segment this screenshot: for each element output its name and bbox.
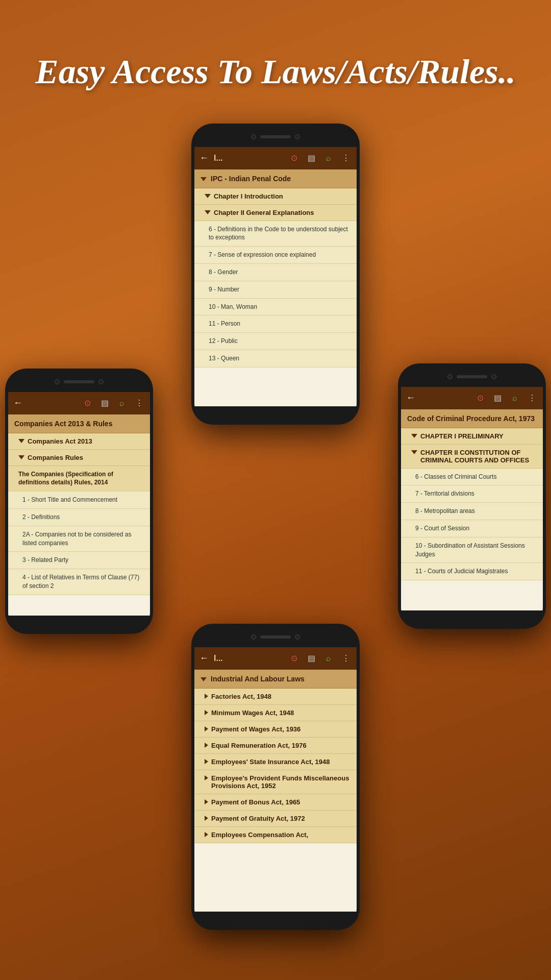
tri-r bbox=[205, 799, 208, 804]
toolbar-icons-center: ⊙ ▤ ⌕ ⋮ bbox=[288, 153, 352, 164]
list-item[interactable]: 6 - Classes of Criminal Courts bbox=[401, 469, 543, 486]
tri bbox=[201, 677, 207, 681]
list-item[interactable]: 8 - Gender bbox=[194, 264, 357, 281]
list-item[interactable]: 1 - Short Title and Commencement bbox=[8, 492, 150, 509]
list-item[interactable]: Payment of Gratuity Act, 1972 bbox=[194, 811, 357, 827]
doc-icon-bottom[interactable]: ▤ bbox=[306, 653, 317, 664]
list-item[interactable]: 10 - Subordination of Assistant Sessions… bbox=[401, 537, 543, 564]
header-text-center: IPC - Indian Penal Code bbox=[211, 175, 291, 183]
tri-r bbox=[205, 694, 208, 699]
alert-icon-left[interactable]: ⊙ bbox=[82, 398, 93, 409]
list-item[interactable]: Equal Remuneration Act, 1976 bbox=[194, 738, 357, 754]
list-item[interactable]: Employee's Provident Funds Miscellaneous… bbox=[194, 770, 357, 794]
phone-left-inner: ← ⊙ ▤ ⌕ ⋮ Companies Act 2013 & Rules bbox=[8, 372, 150, 631]
list-item[interactable]: Companies Act 2013 bbox=[8, 433, 150, 450]
list-item[interactable]: Companies Rules bbox=[8, 450, 150, 466]
list-item[interactable]: Employees Compensation Act, bbox=[194, 827, 357, 843]
doc-icon-right[interactable]: ▤ bbox=[492, 393, 503, 404]
alert-icon[interactable]: ⊙ bbox=[288, 153, 299, 164]
list-item[interactable]: 7 - Sense of expression once explained bbox=[194, 247, 357, 264]
search-icon-right[interactable]: ⌕ bbox=[509, 393, 520, 404]
more-icon-right[interactable]: ⋮ bbox=[527, 393, 538, 404]
list-item[interactable]: 3 - Related Party bbox=[8, 552, 150, 569]
search-icon-left[interactable]: ⌕ bbox=[116, 398, 128, 409]
phone-right-top-bar bbox=[401, 366, 543, 387]
list-item[interactable]: CHAPTER II CONSTITUTION OF CRIMINAL COUR… bbox=[401, 445, 543, 469]
camera-dot-b2 bbox=[295, 634, 300, 640]
phone-center-inner: ← I... ⊙ ▤ ⌕ ⋮ IPC - Indian Penal Code bbox=[194, 127, 357, 422]
hero-section: Easy Access To Laws/Acts/Rules.. bbox=[0, 0, 551, 124]
search-icon[interactable]: ⌕ bbox=[323, 153, 334, 164]
search-icon-bottom[interactable]: ⌕ bbox=[323, 653, 334, 664]
back-icon-right[interactable]: ← bbox=[406, 393, 415, 403]
list-header-right[interactable]: Code of Criminal Procedure Act, 1973 bbox=[401, 409, 543, 428]
list-item[interactable]: 10 - Man, Woman bbox=[194, 299, 357, 316]
tri-r bbox=[205, 832, 208, 837]
list-content-right: Code of Criminal Procedure Act, 1973 CHA… bbox=[401, 409, 543, 610]
tri-r bbox=[205, 726, 208, 731]
toolbar-icons-bottom: ⊙ ▤ ⌕ ⋮ bbox=[288, 653, 352, 664]
phone-center-top-bar bbox=[194, 127, 357, 147]
list-item[interactable]: 11 - Courts of Judicial Magistrates bbox=[401, 563, 543, 580]
camera-dot-r bbox=[447, 374, 453, 379]
tri-r bbox=[205, 710, 208, 715]
back-icon[interactable]: ← bbox=[199, 153, 209, 163]
toolbar-left: ← ⊙ ▤ ⌕ ⋮ bbox=[8, 392, 150, 414]
tri bbox=[205, 194, 211, 198]
list-item[interactable]: 13 - Queen bbox=[194, 350, 357, 368]
back-icon-left[interactable]: ← bbox=[13, 398, 22, 408]
tri-r bbox=[205, 775, 208, 780]
phone-left-top-bar bbox=[8, 372, 150, 392]
list-item[interactable]: 2A - Companies not to be considered as l… bbox=[8, 526, 150, 552]
list-item[interactable]: 9 - Number bbox=[194, 281, 357, 299]
doc-icon[interactable]: ▤ bbox=[306, 153, 317, 164]
list-item[interactable]: The Companies (Specification of definiti… bbox=[8, 466, 150, 492]
speaker-bar bbox=[260, 135, 291, 138]
list-item[interactable]: 12 - Public bbox=[194, 333, 357, 350]
tri bbox=[411, 434, 417, 438]
list-item[interactable]: Factories Act, 1948 bbox=[194, 689, 357, 705]
list-item[interactable]: Payment of Bonus Act, 1965 bbox=[194, 794, 357, 811]
list-header-bottom[interactable]: Industrial And Labour Laws bbox=[194, 670, 357, 689]
doc-icon-left[interactable]: ▤ bbox=[99, 398, 110, 409]
back-icon-bottom[interactable]: ← bbox=[199, 653, 209, 664]
list-header-center[interactable]: IPC - Indian Penal Code bbox=[194, 169, 357, 188]
list-item[interactable]: 7 - Territorial divisions bbox=[401, 485, 543, 503]
speaker-bar-r bbox=[457, 375, 487, 378]
screen-right: ← ⊙ ▤ ⌕ ⋮ Code of Criminal Procedure Act… bbox=[401, 387, 543, 610]
tri-r bbox=[205, 743, 208, 748]
tri bbox=[18, 439, 24, 443]
list-item[interactable]: Chapter II General Explanations bbox=[194, 205, 357, 221]
list-item[interactable]: Minimum Wages Act, 1948 bbox=[194, 705, 357, 721]
alert-icon-bottom[interactable]: ⊙ bbox=[288, 653, 299, 664]
more-icon[interactable]: ⋮ bbox=[340, 153, 352, 164]
list-item[interactable]: 2 - Definitions bbox=[8, 509, 150, 526]
list-item[interactable]: Payment of Wages Act, 1936 bbox=[194, 721, 357, 738]
more-icon-bottom[interactable]: ⋮ bbox=[340, 653, 352, 664]
list-item[interactable]: 8 - Metropolitan areas bbox=[401, 503, 543, 520]
header-text-left: Companies Act 2013 & Rules bbox=[14, 420, 112, 428]
list-content-bottom: Industrial And Labour Laws Factories Act… bbox=[194, 670, 357, 912]
list-item[interactable]: 9 - Court of Session bbox=[401, 520, 543, 537]
list-item[interactable]: 6 - Definitions in the Code to be unders… bbox=[194, 221, 357, 247]
alert-icon-right[interactable]: ⊙ bbox=[474, 393, 486, 404]
list-item[interactable]: 4 - List of Relatives in Terms of Clause… bbox=[8, 569, 150, 595]
header-text-right: Code of Criminal Procedure Act, 1973 bbox=[407, 414, 535, 423]
tri-r bbox=[205, 816, 208, 821]
list-item[interactable]: CHAPTER I PRELIMINARY bbox=[401, 428, 543, 445]
tri bbox=[205, 210, 211, 214]
camera-dot-r2 bbox=[491, 374, 496, 379]
more-icon-left[interactable]: ⋮ bbox=[134, 398, 145, 409]
header-text-bottom: Industrial And Labour Laws bbox=[211, 675, 305, 683]
list-header-left[interactable]: Companies Act 2013 & Rules bbox=[8, 414, 150, 433]
camera-dot-l2 bbox=[98, 379, 104, 384]
screen-left: ← ⊙ ▤ ⌕ ⋮ Companies Act 2013 & Rules bbox=[8, 392, 150, 616]
list-item[interactable]: 11 - Person bbox=[194, 315, 357, 333]
toolbar-right: ← ⊙ ▤ ⌕ ⋮ bbox=[401, 387, 543, 409]
list-item[interactable]: Employees' State Insurance Act, 1948 bbox=[194, 754, 357, 770]
camera-dot-b bbox=[251, 634, 256, 640]
speaker-bar-l bbox=[64, 380, 94, 383]
speaker-bar-b bbox=[260, 635, 291, 639]
toolbar-bottom: ← I... ⊙ ▤ ⌕ ⋮ bbox=[194, 647, 357, 670]
list-item[interactable]: Chapter I Introduction bbox=[194, 188, 357, 205]
